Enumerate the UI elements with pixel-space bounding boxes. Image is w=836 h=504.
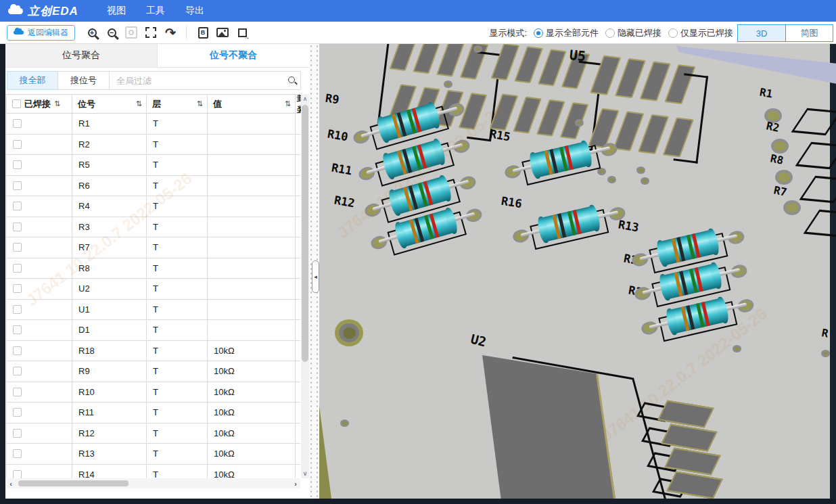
row-soldered-checkbox[interactable]	[13, 470, 22, 478]
header-designator[interactable]: 位号 ⇅	[72, 95, 147, 113]
through-hole-pad	[775, 170, 793, 185]
back-to-editor-button[interactable]: 返回编辑器	[7, 25, 75, 41]
sort-icon[interactable]: ⇅	[285, 99, 291, 108]
row-soldered-checkbox[interactable]	[13, 388, 22, 396]
collapse-panel-handle[interactable]: ◂	[312, 260, 319, 293]
row-soldered-checkbox[interactable]	[13, 325, 22, 334]
table-row[interactable]: R10T10kΩ	[6, 382, 300, 403]
row-soldered-checkbox[interactable]	[13, 408, 22, 417]
row-soldered-checkbox[interactable]	[13, 305, 22, 314]
sort-icon[interactable]: ⇅	[197, 99, 203, 108]
bom-export-icon[interactable]: B	[194, 24, 212, 41]
sort-icon[interactable]: ⇅	[54, 99, 60, 108]
search-designator-button[interactable]: 搜位号	[58, 71, 110, 90]
pcb-3d-viewport[interactable]: U5R9R10R11R12R15R16R13R14R18U2R1R2R8R7R	[319, 44, 836, 499]
layer-cell: T	[147, 382, 208, 403]
export-3d-file-icon[interactable]	[233, 24, 251, 41]
resistor-3d-R16	[509, 196, 628, 251]
table-row[interactable]: D1T	[6, 320, 300, 341]
row-soldered-checkbox[interactable]	[13, 284, 22, 293]
header-soldered[interactable]: 已焊接 ⇅	[7, 95, 72, 113]
scroll-right-arrow[interactable]: ›	[291, 478, 300, 488]
silkscreen-label-R11: R11	[330, 160, 353, 177]
radio-dot	[668, 28, 678, 38]
header-layer[interactable]: 层 ⇅	[147, 95, 208, 113]
scroll-left-arrow[interactable]: ‹	[6, 478, 16, 488]
tab-designator-ungrouped[interactable]: 位号不聚合	[158, 44, 309, 67]
footprint-cell-clipped	[296, 279, 300, 299]
row-soldered-checkbox[interactable]	[13, 119, 22, 128]
radio-hide-soldered[interactable]: 隐藏已焊接	[605, 27, 661, 39]
row-soldered-checkbox[interactable]	[13, 449, 22, 458]
scroll-down-arrow[interactable]: ∨	[301, 469, 309, 478]
radio-dot	[534, 28, 543, 38]
toolbar-divider	[186, 26, 187, 39]
table-row[interactable]: U2T	[6, 279, 300, 300]
table-row[interactable]: R4T	[6, 196, 300, 217]
row-soldered-checkbox[interactable]	[13, 346, 22, 355]
footprint-cell-clipped	[296, 196, 300, 216]
table-row[interactable]: R5T	[6, 155, 300, 176]
row-soldered-checkbox[interactable]	[13, 202, 22, 210]
vertical-scrollbar[interactable]: ∧ ∨	[301, 94, 309, 478]
layer-cell: T	[147, 279, 208, 299]
snapshot-image-icon[interactable]	[214, 24, 231, 41]
row-soldered-checkbox[interactable]	[13, 223, 22, 231]
table-row[interactable]: R11T10kΩ	[6, 403, 300, 423]
table-row[interactable]: R2T	[6, 135, 300, 156]
app-logo[interactable]: 立创EDA	[8, 3, 78, 19]
value-cell	[208, 320, 296, 340]
rotate-view-icon[interactable]: ↷	[162, 24, 179, 41]
value-cell: 10kΩ	[208, 361, 296, 382]
silkscreen-label-R15: R15	[488, 127, 511, 143]
row-soldered-checkbox[interactable]	[13, 429, 22, 438]
via-pad	[340, 419, 349, 427]
table-row[interactable]: R1T	[6, 114, 300, 135]
global-filter-input[interactable]	[110, 72, 300, 89]
zoom-out-icon[interactable]: −	[103, 24, 120, 41]
footprint-cell-clipped	[296, 217, 300, 237]
radio-show-only-soldered[interactable]: 仅显示已焊接	[668, 27, 733, 39]
table-row[interactable]: R14T10kΩ	[6, 465, 300, 479]
panel-tabs: 位号聚合 位号不聚合	[5, 44, 309, 68]
table-row[interactable]: R13T10kΩ	[6, 444, 300, 465]
via-pad	[733, 345, 741, 352]
table-row[interactable]: R8T	[6, 258, 300, 279]
horizontal-scroll-thumb[interactable]	[18, 480, 129, 486]
scroll-up-arrow[interactable]: ∧	[301, 94, 309, 104]
vertical-scroll-thumb[interactable]	[302, 105, 308, 362]
view-3d-button[interactable]: 3D	[738, 25, 785, 41]
fit-view-icon[interactable]	[142, 24, 160, 41]
menu-tools[interactable]: 工具	[146, 5, 165, 17]
lceda-3d-preview-window: 立创EDA 视图 工具 导出 返回编辑器 + − ↷ B 显示模式: 显示全部元…	[0, 0, 836, 504]
layer-cell: T	[147, 300, 208, 320]
search-row: 搜全部 搜位号	[7, 71, 301, 90]
zoom-in-icon[interactable]: +	[83, 24, 101, 41]
search-all-button[interactable]: 搜全部	[7, 71, 58, 90]
tab-designator-grouped[interactable]: 位号聚合	[5, 44, 158, 67]
table-row[interactable]: R7T	[6, 237, 300, 258]
row-soldered-checkbox[interactable]	[13, 181, 22, 190]
horizontal-scrollbar[interactable]: ‹ ›	[6, 478, 300, 488]
radio-show-all-components[interactable]: 显示全部元件	[534, 27, 599, 39]
menu-view[interactable]: 视图	[107, 5, 126, 17]
sort-icon[interactable]: ⇅	[136, 99, 142, 108]
row-soldered-checkbox[interactable]	[13, 367, 22, 375]
header-footprint-clipped[interactable]: 封装	[296, 95, 301, 113]
header-value[interactable]: 值 ⇅	[208, 95, 296, 113]
row-soldered-checkbox[interactable]	[13, 243, 22, 252]
row-soldered-checkbox[interactable]	[13, 264, 22, 273]
layer-cell: T	[147, 320, 208, 340]
table-row[interactable]: R18T10kΩ	[6, 341, 300, 362]
table-row[interactable]: R12T10kΩ	[6, 423, 300, 444]
table-row[interactable]: R9T10kΩ	[6, 361, 300, 382]
display-mode-label: 显示模式:	[489, 27, 527, 39]
view-schematic-button[interactable]: 简图	[785, 25, 833, 41]
menu-export[interactable]: 导出	[185, 5, 204, 17]
table-row[interactable]: R3T	[6, 217, 300, 238]
row-soldered-checkbox[interactable]	[13, 160, 22, 169]
table-row[interactable]: R6T	[6, 176, 300, 197]
select-all-checkbox[interactable]	[12, 99, 21, 108]
row-soldered-checkbox[interactable]	[13, 140, 22, 149]
table-row[interactable]: U1T	[6, 300, 300, 321]
